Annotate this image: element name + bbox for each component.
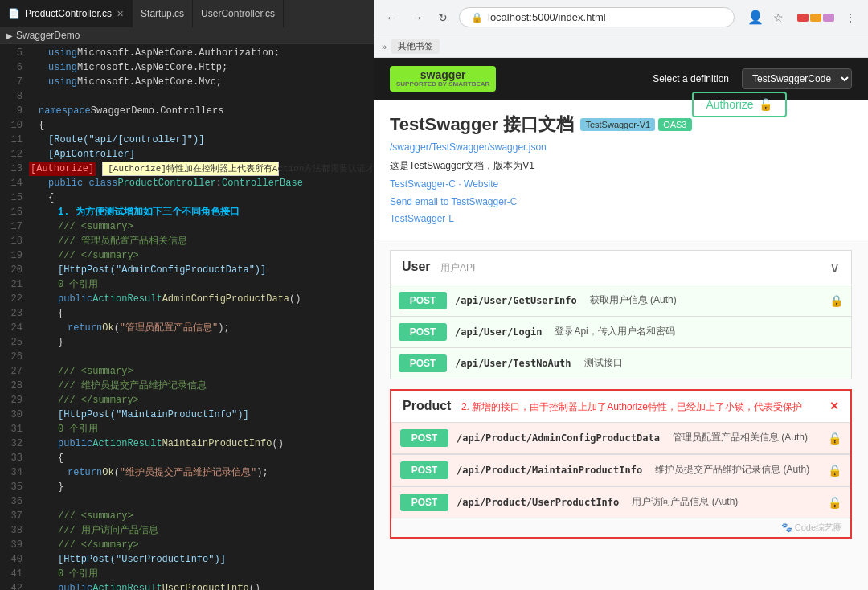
code-line: [ApiController] [29,147,374,162]
code-line: } [29,480,374,494]
solution-bar: ▶ SwaggerDemo [0,27,374,44]
code-line: /// 用户访问产品信息 [29,523,374,538]
tab-product-controller[interactable]: 📄 ProductController.cs ✕ [0,0,133,27]
lock-icon: 🔒 [828,432,841,445]
code-line: [HttpPost("UserProductInfo")] [29,552,374,567]
code-line: namespace SwaggerDemo.Controllers [29,104,374,118]
endpoint-login[interactable]: POST /api/User/Login 登录Api，传入用户名和密码 🔒 [390,317,852,348]
lock-icon: 🔒 [828,464,841,477]
api-group-user: User 用户API ∨ POST /api/User/GetUserInfo … [390,250,852,379]
badge-v1: TestSwagger-V1 [580,118,655,131]
method-badge: POST [400,461,448,479]
code-line: public class ProductController : Control… [29,176,374,191]
code-line [29,89,374,104]
url-text: localhost:5000/index.html [488,11,606,23]
close-red-icon[interactable]: ✕ [829,399,839,412]
code-line: return Ok("维护员提交产品维护记录信息"); [29,465,374,480]
refresh-button[interactable]: ↻ [433,8,452,27]
endpoint-test-no-auth[interactable]: POST /api/User/TestNoAuth 测试接口 🔒 [390,348,852,379]
definition-select[interactable]: TestSwaggerCode [742,68,852,89]
link-website[interactable]: TestSwagger-C · Website [390,176,852,194]
code-line: 0 个引用 [29,567,374,581]
swagger-header: swagger SUPPORTED BY SMARTBEAR Select a … [374,58,868,100]
close-tab-icon[interactable]: ✕ [117,9,124,19]
watermark: 🐾 Code综艺圈 [391,518,850,537]
code-line: { [29,306,374,321]
code-line: using Microsoft.AspNetCore.Mvc; [29,75,374,89]
code-line: /// 维护员提交产品维护记录信息 [29,379,374,393]
product-annotation: 2. 新增的接口，由于控制器上加了Authorize特性，已经加上了小锁，代表受… [461,401,802,412]
annotation-bubble: [Authorize]特性加在控制器上代表所有Action方法都需要认证才能访问… [102,162,279,176]
code-line [29,350,374,364]
lock-icon: 🔒 [829,357,843,370]
endpoint-get-user-info[interactable]: POST /api/User/GetUserInfo 获取用户信息 (Auth)… [390,285,852,317]
product-group-header[interactable]: Product 2. 新增的接口，由于控制器上加了Authorize特性，已经加… [391,391,850,422]
code-line: using Microsoft.AspNetCore.Http; [29,60,374,75]
code-line: { [29,191,374,205]
lock-icon: 🔓 [759,98,772,111]
user-icon-btn[interactable]: 👤 [746,8,765,27]
code-line [29,494,374,509]
lock-icon: 🔒 [828,496,841,509]
swagger-json-url[interactable]: /swagger/TestSwagger/swagger.json [390,141,852,153]
authorize-button[interactable]: Authorize 🔓 [692,92,787,117]
browser-panel: ← → ↻ 🔒 localhost:5000/index.html 👤 ☆ ⋮ … [374,0,868,590]
select-def-label: Select a definition [653,73,729,84]
star-btn[interactable]: ☆ [768,8,788,27]
browser-bar: ← → ↻ 🔒 localhost:5000/index.html 👤 ☆ ⋮ [374,0,868,35]
code-content: using Microsoft.AspNetCore.Authorization… [29,44,374,590]
code-line: /// </summary> [29,393,374,408]
code-area: 5678 9101112 13141516 17181920 21222324 … [0,44,374,590]
code-line: { [29,451,374,465]
swagger-content: swagger SUPPORTED BY SMARTBEAR Select a … [374,58,868,590]
lock-icon: 🔒 [829,294,843,307]
address-bar[interactable]: 🔒 localhost:5000/index.html [459,7,735,27]
code-line: } [29,335,374,350]
editor-panel: 📄 ProductController.cs ✕ Startup.cs User… [0,0,374,590]
code-line: /// </summary> [29,538,374,552]
code-line: using Microsoft.AspNetCore.Authorization… [29,46,374,60]
link-l[interactable]: TestSwagger-L [390,211,852,228]
code-line: public ActionResult MaintainProductInfo(… [29,436,374,451]
code-line: 0 个引用 [29,422,374,436]
code-line: /// 管理员配置产品相关信息 [29,234,374,248]
swagger-logo: swagger SUPPORTED BY SMARTBEAR [390,66,496,92]
code-line: [HttpPost("AdminConfigProductData")] [29,263,374,277]
swagger-links: TestSwagger-C · Website Send email to Te… [390,176,852,228]
tab-startup[interactable]: Startup.cs [133,0,193,27]
forward-button[interactable]: → [407,8,427,27]
method-badge: POST [400,429,448,447]
tab-user-controller[interactable]: UserController.cs [193,0,284,27]
bookmark-bar: » 其他书签 [374,35,868,58]
user-group-header[interactable]: User 用户API ∨ [390,250,852,285]
code-line: [Route("api/[controller]")] [29,133,374,147]
endpoint-maintain[interactable]: POST /api/Product/MaintainProductInfo 维护… [391,454,850,486]
code-line: /// <summary> [29,219,374,234]
method-badge: POST [400,494,448,511]
bookmark-other[interactable]: 其他书签 [391,39,440,54]
code-line: /// </summary> [29,248,374,263]
code-line: public ActionResult AdminConfigProductDa… [29,292,374,306]
line-numbers: 5678 9101112 13141516 17181920 21222324 … [0,44,29,590]
menu-btn[interactable]: ⋮ [841,8,860,27]
endpoint-admin-config[interactable]: POST /api/Product/AdminConfigProductData… [391,422,850,454]
code-line: public ActionResult UserProductInfo() [29,581,374,590]
api-group-product: Product 2. 新增的接口，由于控制器上加了Authorize特性，已经加… [390,389,852,539]
swagger-desc: 这是TestSwagger文档，版本为V1 [390,159,852,173]
method-badge: POST [399,292,447,309]
code-line: return Ok("管理员配置产品信息"); [29,321,374,335]
code-line-annotation: 1. 为方便测试增加如下三个不同角色接口 [29,205,374,219]
method-badge: POST [399,323,447,341]
endpoint-user-product[interactable]: POST /api/Product/UserProductInfo 用户访问产品… [391,486,850,518]
link-email[interactable]: Send email to TestSwagger-C [390,194,852,211]
tab-bar: 📄 ProductController.cs ✕ Startup.cs User… [0,0,374,27]
swagger-title-section: TestSwagger 接口文档 TestSwagger-V1 OAS3 Aut… [374,100,868,240]
back-button[interactable]: ← [382,8,401,27]
lock-icon: 🔒 [829,326,843,338]
code-line: /// <summary> [29,509,374,523]
code-line-authorize: [Authorize] [Authorize]特性加在控制器上代表所有Actio… [29,162,374,176]
badge-oas3: OAS3 [658,118,691,131]
code-line: { [29,118,374,133]
swagger-body: User 用户API ∨ POST /api/User/GetUserInfo … [374,250,868,564]
code-line: [HttpPost("MaintainProductInfo")] [29,408,374,422]
